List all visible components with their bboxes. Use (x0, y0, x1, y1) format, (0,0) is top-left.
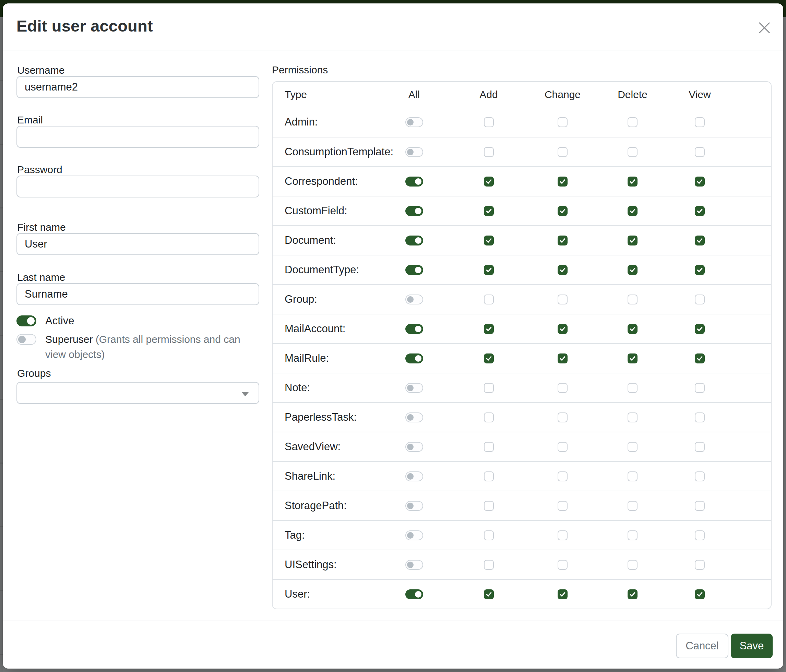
all-toggle[interactable] (406, 265, 423, 275)
view-checkbox[interactable] (695, 147, 705, 157)
delete-checkbox[interactable] (627, 531, 638, 540)
change-checkbox[interactable] (558, 471, 567, 481)
view-checkbox[interactable] (695, 560, 705, 570)
first-name-input[interactable] (16, 233, 259, 255)
all-toggle[interactable] (406, 353, 423, 363)
column-header-add: Add (451, 89, 527, 100)
change-checkbox[interactable] (558, 531, 567, 540)
change-checkbox[interactable] (558, 295, 567, 305)
all-toggle[interactable] (406, 236, 423, 245)
all-toggle[interactable] (406, 413, 423, 422)
add-checkbox[interactable] (484, 560, 494, 570)
change-checkbox[interactable] (558, 206, 567, 216)
permission-row: Group: (273, 284, 771, 314)
delete-checkbox[interactable] (627, 295, 638, 305)
all-toggle[interactable] (406, 560, 423, 570)
change-checkbox[interactable] (558, 383, 567, 393)
add-checkbox[interactable] (484, 236, 494, 245)
change-checkbox[interactable] (558, 353, 567, 363)
change-checkbox[interactable] (558, 413, 567, 422)
view-checkbox[interactable] (695, 353, 705, 363)
view-checkbox[interactable] (695, 413, 705, 422)
view-checkbox[interactable] (695, 236, 705, 245)
add-checkbox[interactable] (484, 589, 494, 599)
change-checkbox[interactable] (558, 324, 567, 334)
view-checkbox[interactable] (695, 324, 705, 334)
add-checkbox[interactable] (484, 501, 494, 511)
change-checkbox[interactable] (558, 147, 567, 157)
view-checkbox[interactable] (695, 295, 705, 305)
all-toggle[interactable] (406, 501, 423, 511)
add-checkbox[interactable] (484, 324, 494, 334)
all-toggle[interactable] (406, 383, 423, 393)
delete-checkbox[interactable] (627, 353, 638, 363)
superuser-toggle[interactable] (16, 334, 36, 345)
all-toggle[interactable] (406, 177, 423, 187)
view-checkbox[interactable] (695, 117, 705, 127)
close-button[interactable] (756, 20, 772, 36)
change-checkbox[interactable] (558, 589, 567, 599)
groups-select[interactable] (16, 382, 259, 404)
add-checkbox[interactable] (484, 295, 494, 305)
all-toggle[interactable] (406, 589, 423, 599)
view-checkbox[interactable] (695, 265, 705, 275)
view-checkbox[interactable] (695, 177, 705, 187)
delete-checkbox[interactable] (627, 442, 638, 452)
delete-checkbox[interactable] (627, 589, 638, 599)
delete-checkbox[interactable] (627, 265, 638, 275)
change-checkbox[interactable] (558, 177, 567, 187)
view-checkbox[interactable] (695, 471, 705, 481)
view-checkbox[interactable] (695, 501, 705, 511)
change-checkbox[interactable] (558, 442, 567, 452)
view-checkbox[interactable] (695, 383, 705, 393)
add-checkbox[interactable] (484, 471, 494, 481)
all-toggle[interactable] (406, 295, 423, 305)
permission-type-label: Note: (285, 382, 377, 394)
last-name-input[interactable] (16, 283, 259, 305)
delete-checkbox[interactable] (627, 501, 638, 511)
delete-checkbox[interactable] (627, 177, 638, 187)
delete-checkbox[interactable] (627, 324, 638, 334)
change-checkbox[interactable] (558, 117, 567, 127)
all-toggle[interactable] (406, 324, 423, 334)
add-checkbox[interactable] (484, 265, 494, 275)
delete-checkbox[interactable] (627, 206, 638, 216)
change-checkbox[interactable] (558, 265, 567, 275)
delete-checkbox[interactable] (627, 471, 638, 481)
add-checkbox[interactable] (484, 383, 494, 393)
add-checkbox[interactable] (484, 147, 494, 157)
add-checkbox[interactable] (484, 117, 494, 127)
all-toggle[interactable] (406, 442, 423, 452)
all-toggle[interactable] (406, 471, 423, 481)
delete-checkbox[interactable] (627, 560, 638, 570)
password-input[interactable] (16, 176, 259, 198)
change-checkbox[interactable] (558, 501, 567, 511)
username-input[interactable] (16, 76, 259, 98)
add-checkbox[interactable] (484, 353, 494, 363)
add-checkbox[interactable] (484, 206, 494, 216)
save-button[interactable]: Save (731, 634, 773, 658)
view-checkbox[interactable] (695, 442, 705, 452)
all-toggle[interactable] (406, 147, 423, 157)
view-checkbox[interactable] (695, 206, 705, 216)
delete-checkbox[interactable] (627, 147, 638, 157)
permission-row: CustomField: (273, 196, 771, 225)
email-input[interactable] (16, 126, 259, 148)
delete-checkbox[interactable] (627, 383, 638, 393)
cancel-button[interactable]: Cancel (676, 634, 728, 658)
change-checkbox[interactable] (558, 560, 567, 570)
add-checkbox[interactable] (484, 442, 494, 452)
delete-checkbox[interactable] (627, 236, 638, 245)
delete-checkbox[interactable] (627, 117, 638, 127)
all-toggle[interactable] (406, 206, 423, 216)
add-checkbox[interactable] (484, 531, 494, 540)
all-toggle[interactable] (406, 117, 423, 127)
add-checkbox[interactable] (484, 177, 494, 187)
active-toggle[interactable] (16, 316, 36, 327)
all-toggle[interactable] (406, 531, 423, 540)
view-checkbox[interactable] (695, 589, 705, 599)
delete-checkbox[interactable] (627, 413, 638, 422)
add-checkbox[interactable] (484, 413, 494, 422)
change-checkbox[interactable] (558, 236, 567, 245)
view-checkbox[interactable] (695, 531, 705, 540)
